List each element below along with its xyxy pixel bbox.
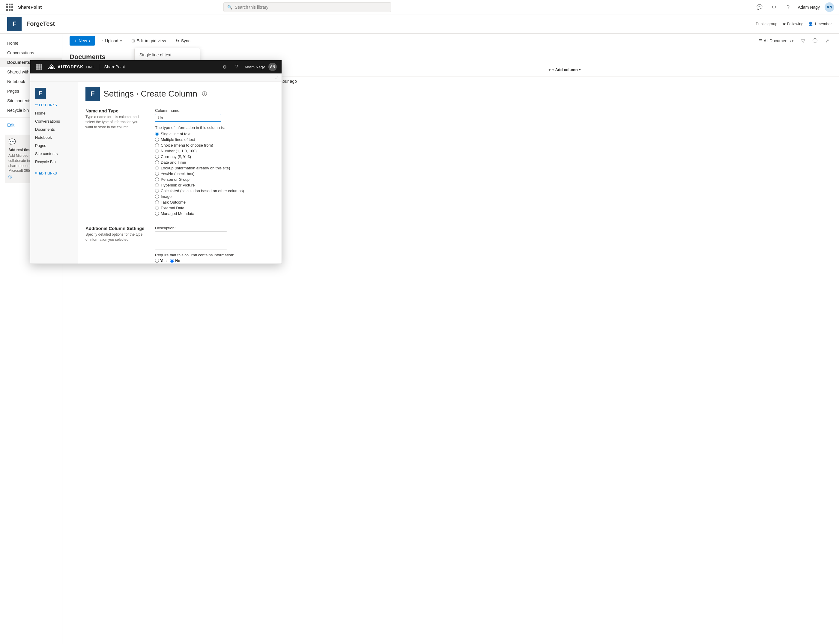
autodesk-nav-pages[interactable]: Pages <box>30 141 78 150</box>
feedback-button[interactable]: 💬 <box>755 2 764 12</box>
column-name-input[interactable] <box>155 114 221 122</box>
avatar[interactable]: AN <box>824 2 834 12</box>
autodesk-avatar[interactable]: AN <box>268 62 277 71</box>
type-single-radio[interactable] <box>155 132 159 136</box>
type-datetime-radio[interactable] <box>155 160 159 164</box>
autodesk-username[interactable]: Adam Nagy <box>245 65 265 69</box>
type-external-data[interactable]: External Data <box>155 206 274 210</box>
topbar-right: 💬 ⚙ ? Adam Nagy AN <box>755 2 834 12</box>
column-name-label: Column name: <box>155 108 274 113</box>
autodesk-settings-button[interactable]: ⚙ <box>220 62 229 71</box>
section-desc: Type a name for this column, and select … <box>85 115 145 130</box>
site-header: F ForgeTest Public group ★ Following 👤 1… <box>0 15 839 34</box>
type-number[interactable]: Number (1, 1.0, 100) <box>155 149 274 153</box>
type-managed-radio[interactable] <box>155 212 159 215</box>
add-column-button[interactable]: + + Add column ▾ <box>546 66 834 74</box>
col-add[interactable]: + + Add column ▾ <box>541 63 839 76</box>
search-box[interactable]: 🔍 <box>223 2 391 12</box>
autodesk-site-logo: F <box>35 88 46 99</box>
autodesk-page-header: F Settings › Create Column ⓘ <box>78 82 282 104</box>
additional-desc: Specify detailed options for the type of… <box>85 232 145 242</box>
type-hyperlink[interactable]: Hyperlink or Picture <box>155 183 274 187</box>
type-calc-radio[interactable] <box>155 189 159 193</box>
type-currency-radio[interactable] <box>155 155 159 159</box>
type-lookup-radio[interactable] <box>155 166 159 170</box>
type-lookup[interactable]: Lookup (information already on this site… <box>155 166 274 170</box>
type-person[interactable]: Person or Group <box>155 177 274 182</box>
autodesk-edit-links-top[interactable]: ✏ EDIT LINKS <box>30 102 78 109</box>
type-external-radio[interactable] <box>155 206 159 210</box>
type-task-radio[interactable] <box>155 200 159 204</box>
following-button[interactable]: ★ Following <box>782 21 804 26</box>
waffle-menu[interactable] <box>5 2 15 12</box>
require-radio-group: Yes No <box>155 258 274 263</box>
type-image[interactable]: Image <box>155 194 274 199</box>
autodesk-nav-site-contents[interactable]: Site contents <box>30 150 78 158</box>
col-modified[interactable]: Modified ∨ <box>258 63 541 76</box>
members-button[interactable]: 👤 1 member <box>808 21 832 26</box>
type-managed-metadata[interactable]: Managed Metadata <box>155 211 274 216</box>
file-modified: About an hour ago <box>258 76 541 86</box>
type-multi-line[interactable]: Multiple lines of text <box>155 137 274 142</box>
type-hyperlink-radio[interactable] <box>155 183 159 187</box>
require-no-radio[interactable] <box>170 259 174 263</box>
autodesk-nav-documents[interactable]: Documents <box>30 125 78 133</box>
expand-button[interactable]: ⤢ <box>822 36 832 46</box>
search-icon: 🔍 <box>227 5 232 10</box>
sync-icon: ↻ <box>176 38 179 43</box>
autodesk-waffle-menu[interactable] <box>35 63 43 71</box>
description-input[interactable] <box>155 232 227 250</box>
autodesk-topbar-right: ⚙ ? Adam Nagy AN <box>220 62 277 71</box>
add-col-chevron-icon: ▾ <box>579 68 581 71</box>
autodesk-appname: SharePoint <box>104 64 125 69</box>
autodesk-edit-links-bottom[interactable]: ✏ EDIT LINKS <box>30 171 78 177</box>
require-yes-radio[interactable] <box>155 259 159 263</box>
username-label[interactable]: Adam Nagy <box>798 5 820 10</box>
autodesk-nav-conversations[interactable]: Conversations <box>30 117 78 125</box>
type-datetime[interactable]: Date and Time <box>155 160 274 164</box>
settings-button[interactable]: ⚙ <box>769 2 779 12</box>
autodesk-nav-home[interactable]: Home <box>30 109 78 117</box>
type-image-radio[interactable] <box>155 195 159 199</box>
require-no[interactable]: No <box>170 258 180 263</box>
promo-more[interactable]: ⓘ <box>8 174 12 179</box>
type-person-radio[interactable] <box>155 177 159 181</box>
page-info-icon[interactable]: ⓘ <box>202 91 207 97</box>
all-docs-dropdown[interactable]: ☰ All Documents ▾ <box>756 36 796 45</box>
pencil-icon: ✏ <box>35 103 38 107</box>
type-label: The type of information in this column i… <box>155 125 274 130</box>
filter-button[interactable]: ▽ <box>798 36 808 46</box>
upload-button[interactable]: ↑ Upload ▾ <box>97 36 125 46</box>
star-icon: ★ <box>782 21 786 26</box>
breadcrumb-arrow: › <box>136 90 138 98</box>
type-choice[interactable]: Choice (menu to choose from) <box>155 143 274 148</box>
autodesk-nav-recycle[interactable]: Recycle Bin <box>30 158 78 166</box>
info-button[interactable]: ⓘ <box>810 36 820 46</box>
sidebar-item-conversations[interactable]: Conversations <box>0 48 62 58</box>
require-yes[interactable]: Yes <box>155 258 166 263</box>
autodesk-help-button[interactable]: ? <box>232 62 241 71</box>
type-calculated[interactable]: Calculated (calculation based on other c… <box>155 189 274 193</box>
type-single-line[interactable]: Single line of text <box>155 131 274 136</box>
sidebar-item-home[interactable]: Home <box>0 38 62 48</box>
type-choice-radio[interactable] <box>155 143 159 147</box>
type-number-radio[interactable] <box>155 149 159 153</box>
new-chevron-icon: ▾ <box>89 39 90 43</box>
type-yesno-radio[interactable] <box>155 172 159 176</box>
more-button[interactable]: ... <box>196 36 207 46</box>
additional-label-left: Additional Column Settings Specify detai… <box>85 226 145 263</box>
edit-grid-button[interactable]: ⊞ Edit in grid view <box>128 36 170 46</box>
topbar-divider <box>99 64 99 70</box>
help-button[interactable]: ? <box>783 2 793 12</box>
type-yesno[interactable]: Yes/No (check box) <box>155 171 274 176</box>
new-button[interactable]: + New ▾ <box>70 36 95 46</box>
type-currency[interactable]: Currency ($, ¥, €) <box>155 154 274 159</box>
type-task-outcome[interactable]: Task Outcome <box>155 200 274 204</box>
search-input[interactable] <box>235 5 387 10</box>
dropdown-item-single-text[interactable]: Single line of text <box>135 49 200 60</box>
additional-section: Additional Column Settings Specify detai… <box>78 221 282 263</box>
sync-button[interactable]: ↻ Sync <box>172 36 194 46</box>
type-multi-radio[interactable] <box>155 138 159 141</box>
expand-icon[interactable]: ⤢ <box>274 75 279 80</box>
autodesk-nav-notebook[interactable]: Notebook <box>30 133 78 141</box>
